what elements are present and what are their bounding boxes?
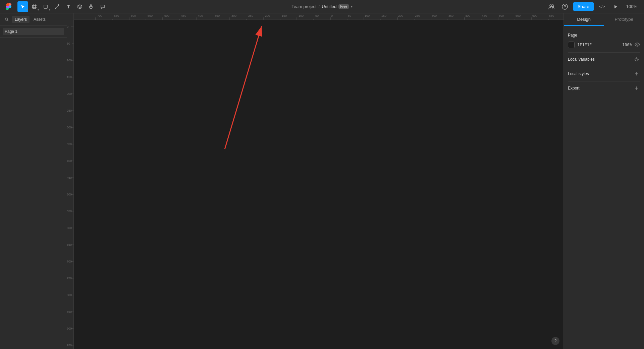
hand-tool-btn[interactable] (86, 1, 97, 12)
svg-text:650: 650 (67, 243, 72, 246)
page-opacity-value[interactable]: 100% (622, 43, 632, 47)
svg-text:-300: -300 (230, 14, 236, 17)
svg-text:100: 100 (365, 14, 370, 17)
page-visibility-icon[interactable] (635, 42, 640, 48)
svg-text:-650: -650 (113, 14, 119, 17)
svg-text:400: 400 (67, 159, 72, 163)
multiplayer-btn[interactable] (546, 1, 557, 12)
svg-point-10 (550, 5, 552, 7)
file-name[interactable]: Untitled (322, 4, 336, 9)
svg-text:250: 250 (67, 109, 72, 112)
page-item-page1[interactable]: Page 1 (3, 28, 64, 35)
canvas-area[interactable] (74, 20, 564, 349)
frame-tool-chevron: ▾ (38, 8, 39, 11)
ruler-corner (67, 13, 74, 20)
tab-prototype[interactable]: Prototype (604, 13, 644, 26)
export-header[interactable]: Export (568, 82, 640, 94)
export-title: Export (568, 86, 580, 91)
ruler-top-svg: -700-650-600-550-500-450-400-350-300-250… (74, 13, 564, 20)
page-color-swatch[interactable] (568, 42, 575, 48)
svg-text:300: 300 (67, 126, 72, 129)
svg-text:150: 150 (381, 14, 386, 17)
svg-text:100: 100 (67, 59, 72, 62)
svg-point-6 (58, 4, 59, 5)
svg-text:-400: -400 (197, 14, 203, 17)
component-tool-btn[interactable] (74, 1, 85, 12)
svg-text:-700: -700 (96, 14, 102, 17)
share-button[interactable]: Share (573, 2, 594, 11)
svg-text:850: 850 (67, 310, 72, 313)
svg-text:-200: -200 (264, 14, 270, 17)
canvas-content (74, 20, 564, 349)
svg-text:300: 300 (432, 14, 437, 17)
pen-tool-btn[interactable] (52, 1, 62, 12)
tab-assets[interactable]: Assets (31, 16, 48, 23)
export-add-icon[interactable] (633, 85, 640, 92)
present-btn[interactable] (610, 1, 621, 12)
ruler-left: 0501001502002503003504004505005506006507… (67, 13, 74, 349)
breadcrumb-separator: / (319, 4, 320, 9)
svg-line-124 (225, 26, 262, 149)
ruler-top: -700-650-600-550-500-450-400-350-300-250… (74, 13, 564, 20)
sidebar-search-btn[interactable] (3, 15, 11, 23)
svg-point-126 (636, 59, 637, 60)
svg-text:600: 600 (532, 14, 537, 17)
svg-text:600: 600 (67, 226, 72, 230)
page-color-value[interactable]: 1E1E1E (577, 43, 620, 47)
svg-text:900: 900 (67, 327, 72, 330)
topbar-left: ▾ ▾ ▾ (4, 1, 108, 12)
local-variables-section: Local variables (568, 53, 640, 65)
svg-text:800: 800 (67, 293, 72, 297)
svg-text:500: 500 (67, 193, 72, 196)
svg-marker-9 (79, 6, 81, 8)
svg-marker-14 (614, 5, 617, 8)
svg-text:-50: -50 (314, 14, 319, 17)
shape-tool-chevron: ▾ (49, 8, 50, 11)
svg-text:550: 550 (516, 14, 521, 17)
svg-text:200: 200 (398, 14, 403, 17)
local-variables-title: Local variables (568, 57, 595, 62)
panel-tabs: Design Prototype (564, 13, 644, 26)
tab-layers[interactable]: Layers (12, 16, 30, 23)
frame-tool-btn[interactable]: ▾ (29, 1, 40, 12)
file-dropdown-chevron[interactable]: ▾ (351, 5, 353, 8)
svg-point-7 (55, 8, 56, 9)
svg-text:400: 400 (465, 14, 470, 17)
svg-text:450: 450 (482, 14, 487, 17)
svg-point-15 (5, 18, 8, 20)
text-tool-btn[interactable]: T (63, 1, 74, 12)
local-variables-header[interactable]: Local variables (568, 53, 640, 65)
topbar-center: Team project / Untitled Free ▾ (291, 4, 353, 9)
svg-text:-100: -100 (298, 14, 304, 17)
text-tool-icon: T (67, 4, 70, 9)
local-styles-section: Local styles (568, 68, 640, 80)
page-section-header[interactable]: Page (568, 30, 640, 40)
ruler-left-svg: 0501001502002503003504004505005506006507… (67, 20, 73, 349)
help-button[interactable]: ? (551, 337, 559, 345)
figma-logo[interactable] (4, 2, 13, 11)
tab-design[interactable]: Design (564, 13, 604, 26)
section-divider-1 (568, 52, 640, 53)
topbar: ▾ ▾ ▾ (0, 0, 644, 13)
zoom-indicator[interactable]: 100% (624, 3, 640, 10)
code-view-btn[interactable]: </> (597, 1, 607, 12)
local-variables-settings-icon[interactable] (633, 56, 640, 63)
svg-text:-450: -450 (180, 14, 186, 17)
help-topbar-btn[interactable] (559, 1, 570, 12)
svg-text:-150: -150 (281, 14, 287, 17)
svg-text:-500: -500 (163, 14, 169, 17)
svg-text:350: 350 (448, 14, 453, 17)
move-tool-btn[interactable]: ▾ (17, 1, 28, 12)
svg-text:700: 700 (67, 260, 72, 263)
svg-text:350: 350 (67, 142, 72, 146)
svg-text:150: 150 (67, 75, 72, 79)
right-panel: Design Prototype Page 1E1E1E 100% (564, 13, 644, 349)
page-section: Page 1 (0, 26, 67, 38)
local-styles-header[interactable]: Local styles (568, 68, 640, 80)
canvas-wrapper[interactable]: -700-650-600-550-500-450-400-350-300-250… (67, 13, 564, 349)
comment-tool-btn[interactable] (97, 1, 108, 12)
svg-point-125 (637, 44, 638, 45)
local-styles-add-icon[interactable] (633, 70, 640, 77)
shape-tool-btn[interactable]: ▾ (40, 1, 51, 12)
svg-text:950: 950 (67, 344, 72, 347)
